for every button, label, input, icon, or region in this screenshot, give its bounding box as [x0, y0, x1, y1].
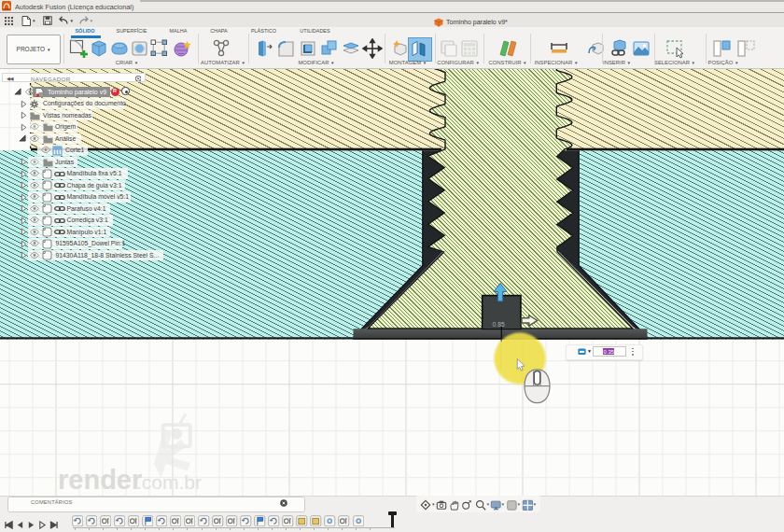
svg-text:0.85: 0.85: [493, 321, 505, 328]
